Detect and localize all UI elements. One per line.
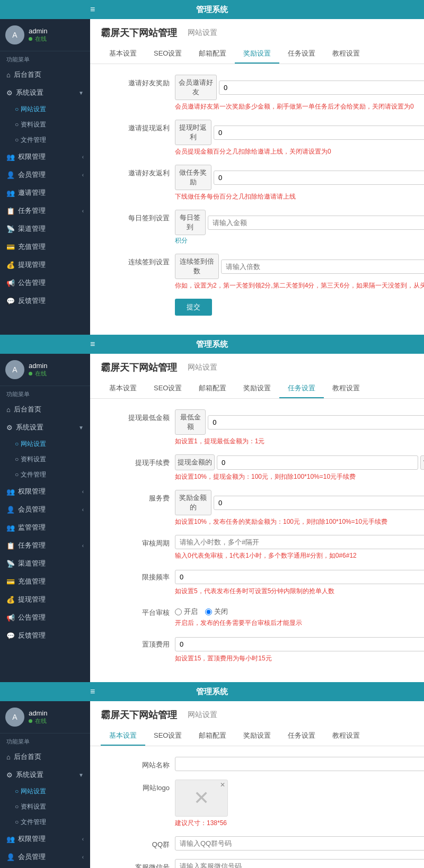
sidebar-item-permissions[interactable]: 👥 权限管理 ‹ — [0, 148, 90, 166]
sidebar-item-withdraw-2[interactable]: 💰 提现管理 — [0, 590, 90, 609]
site-name-input[interactable] — [175, 757, 424, 771]
sidebar-item-permissions-2[interactable]: 👥 权限管理 ‹ — [0, 482, 90, 500]
qq-group-input[interactable] — [175, 836, 424, 851]
sidebar-item-files-2[interactable]: ○ 文件管理 — [0, 467, 90, 482]
service-fee-input[interactable] — [214, 496, 424, 510]
audit-period-input[interactable] — [175, 535, 424, 549]
menu-icon[interactable]: ≡ — [90, 5, 95, 14]
sidebar-item-files[interactable]: ○ 文件管理 — [0, 132, 90, 148]
sidebar-item-label: 后台首页 — [14, 70, 41, 79]
invite-reward-label: 邀请好友奖励 — [106, 75, 170, 88]
tab-bar: 基本设置 SEO设置 邮箱配置 奖励设置 任务设置 教程设置 — [101, 44, 424, 64]
sidebar-item-system-2[interactable]: ⚙ 系统设置 ▼ — [0, 418, 90, 436]
tab-tutorial-2[interactable]: 教程设置 — [324, 379, 368, 398]
task-rebate-input[interactable] — [214, 171, 424, 185]
min-withdraw-input[interactable] — [208, 415, 424, 429]
audit-open-input[interactable] — [175, 609, 182, 615]
sidebar-item-dashboard[interactable]: ⌂ 后台首页 — [0, 66, 90, 84]
withdraw-fee-input[interactable] — [217, 455, 418, 470]
chevron-2: ‹ — [82, 507, 84, 513]
streak-checkin-sub: 连续签到倍数 — [175, 254, 219, 279]
sidebar-item-members-3[interactable]: 👤 会员管理 ‹ — [0, 848, 90, 866]
sidebar-item-members[interactable]: 👤 会员管理 ‹ — [0, 166, 90, 184]
menu-icon-2[interactable]: ≡ — [90, 339, 95, 349]
audit-open-radio[interactable]: 开启 — [175, 607, 198, 616]
logo-close-btn[interactable]: ✕ — [220, 781, 225, 789]
daily-checkin-input[interactable] — [208, 216, 424, 230]
tab-seo-2[interactable]: SEO设置 — [145, 379, 190, 398]
site-logo-row: 网站logo ✕ ✕ 建议尺寸：138*56 — [106, 780, 424, 828]
sidebar-item-withdraw[interactable]: 💰 提现管理 — [0, 256, 90, 274]
sidebar-item-files-3[interactable]: ○ 文件管理 — [0, 815, 90, 830]
tab-task-3[interactable]: 任务设置 — [279, 727, 324, 746]
sidebar-item-recharge[interactable]: 💳 充值管理 — [0, 238, 90, 256]
username: admin — [29, 27, 47, 35]
sidebar-item-website-2[interactable]: ○ 网站设置 — [0, 436, 90, 452]
gear-icon-2: ⚙ — [6, 424, 13, 432]
sidebar-item-tasks[interactable]: 📋 任务管理 ‹ — [0, 202, 90, 220]
sidebar-item-channels[interactable]: 📡 渠道管理 — [0, 220, 90, 238]
reserve-fee-input[interactable] — [175, 637, 424, 651]
tab-basic-2[interactable]: 基本设置 — [101, 379, 145, 398]
home-icon-3: ⌂ — [6, 753, 11, 761]
tab-seo[interactable]: SEO设置 — [145, 44, 190, 64]
sidebar-item-dashboard-3[interactable]: ⌂ 后台首页 — [0, 748, 90, 766]
submit-button[interactable]: 提交 — [175, 299, 212, 316]
tab-basic-3[interactable]: 基本设置 — [101, 727, 145, 746]
invite-reward-input[interactable] — [219, 80, 424, 95]
streak-checkin-row: 连续签到设置 连续签到倍数 你如，设置为2，第一天签到领2分,第二天签到4分，第… — [106, 254, 424, 290]
tab-reward[interactable]: 奖励设置 — [235, 44, 279, 64]
wechat-label: 客服微信号 — [106, 859, 170, 868]
reserve-fee-row: 置顶费用 元 如设置15，置顶费用为每小时15元 — [106, 636, 424, 663]
sidebar-item-audit-3[interactable]: 👥 监管管理 — [0, 866, 90, 868]
tab-task[interactable]: 任务设置 — [279, 44, 324, 64]
reward-form: 邀请好友奖励 会员邀请好友 元 会员邀请好友第一次奖励多少金额，刷手做第一单任务… — [90, 64, 424, 335]
sidebar-item-profile-3[interactable]: ○ 资料设置 — [0, 799, 90, 815]
limit-freq-input[interactable] — [175, 570, 424, 584]
sidebar-item-channels-2[interactable]: 📡 渠道管理 — [0, 554, 90, 572]
sidebar-item-invite[interactable]: 👥 邀请管理 — [0, 184, 90, 202]
sidebar-item-feedback[interactable]: 💬 反馈管理 — [0, 292, 90, 310]
top-bar: 管理系统 ≡ — [0, 0, 424, 19]
limit-freq-label: 限接频率 — [106, 569, 170, 582]
sidebar-item-system-3[interactable]: ⚙ 系统设置 ▼ — [0, 766, 90, 784]
sidebar-item-announcement[interactable]: 📢 公告管理 — [0, 274, 90, 292]
logo-upload-area[interactable]: ✕ ✕ — [175, 780, 228, 817]
sub-nav-title: 网站设置 — [188, 28, 217, 38]
chevron-3: ‹ — [82, 854, 84, 860]
sidebar-item-profile[interactable]: ○ 资料设置 — [0, 117, 90, 132]
tab-basic[interactable]: 基本设置 — [101, 44, 145, 64]
sidebar-item-profile-2[interactable]: ○ 资料设置 — [0, 452, 90, 467]
sidebar-item-audit-2[interactable]: 👥 监管管理 — [0, 518, 90, 536]
sidebar-item-website[interactable]: ○ 网站设置 — [0, 102, 90, 117]
tab-tutorial[interactable]: 教程设置 — [324, 44, 368, 64]
sidebar-item-label: 渠道管理 — [18, 224, 46, 234]
sidebar-item-tasks-2[interactable]: 📋 任务管理 ‹ — [0, 536, 90, 554]
wechat-input[interactable] — [175, 859, 424, 868]
tab-task-2[interactable]: 任务设置 — [279, 379, 324, 398]
tab-tutorial-3[interactable]: 教程设置 — [324, 727, 368, 746]
tab-seo-3[interactable]: SEO设置 — [145, 727, 190, 746]
tab-reward-3[interactable]: 奖励设置 — [235, 727, 279, 746]
sidebar-item-permissions-3[interactable]: 👥 权限管理 ‹ — [0, 830, 90, 848]
streak-checkin-input[interactable] — [221, 259, 424, 274]
tab-mail-3[interactable]: 邮箱配置 — [190, 727, 235, 746]
tab-reward-2[interactable]: 奖励设置 — [235, 379, 279, 398]
sidebar-section-label: 功能菜单 — [0, 51, 90, 66]
audit-close-radio[interactable]: 关闭 — [205, 607, 228, 616]
task-rebate-controls: 做任务奖励 % 下线做任务每份百分之几扣除给邀请请上线 — [175, 165, 424, 201]
sidebar-item-members-2[interactable]: 👤 会员管理 ‹ — [0, 500, 90, 518]
tab-mail-2[interactable]: 邮箱配置 — [190, 379, 235, 398]
sidebar-item-dashboard-2[interactable]: ⌂ 后台首页 — [0, 400, 90, 418]
sidebar-item-announcement-2[interactable]: 📢 公告管理 — [0, 609, 90, 627]
home-icon-2: ⌂ — [6, 406, 11, 414]
sidebar-item-feedback-2[interactable]: 💬 反馈管理 — [0, 627, 90, 645]
menu-icon-3[interactable]: ≡ — [90, 687, 95, 696]
audit-close-input[interactable] — [205, 609, 212, 615]
sidebar-item-recharge-2[interactable]: 💳 充值管理 — [0, 572, 90, 590]
perm-icon-3: 👥 — [6, 835, 15, 843]
sidebar-item-website-3[interactable]: ○ 网站设置 — [0, 784, 90, 799]
sidebar-item-system[interactable]: ⚙ 系统设置 ▼ — [0, 84, 90, 102]
tab-mail[interactable]: 邮箱配置 — [190, 44, 235, 64]
withdraw-rebate-input[interactable] — [214, 126, 424, 140]
